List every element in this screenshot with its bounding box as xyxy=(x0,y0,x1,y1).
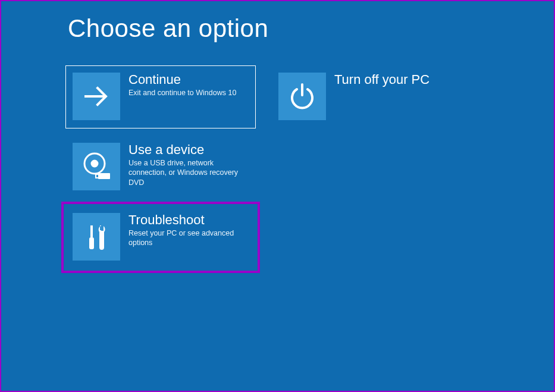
use-device-title: Use a device xyxy=(128,143,252,157)
power-icon xyxy=(278,73,326,120)
troubleshoot-text: Troubleshoot Reset your PC or see advanc… xyxy=(120,209,252,248)
troubleshoot-tile[interactable]: Troubleshoot Reset your PC or see advanc… xyxy=(65,206,256,269)
tile-row-3: Troubleshoot Reset your PC or see advanc… xyxy=(65,206,462,269)
troubleshoot-desc: Reset your PC or see advanced options xyxy=(128,228,252,248)
turnoff-tile[interactable]: Turn off your PC xyxy=(271,65,462,128)
svg-rect-7 xyxy=(89,237,94,249)
use-device-text: Use a device Use a USB drive, network co… xyxy=(120,139,252,187)
continue-text: Continue Exit and continue to Windows 10 xyxy=(120,69,236,98)
turnoff-text: Turn off your PC xyxy=(326,69,429,88)
arrow-right-icon xyxy=(73,73,120,120)
continue-tile[interactable]: Continue Exit and continue to Windows 10 xyxy=(65,65,256,128)
continue-title: Continue xyxy=(128,73,236,87)
svg-rect-8 xyxy=(101,225,104,231)
use-device-desc: Use a USB drive, network connection, or … xyxy=(128,158,252,187)
svg-point-3 xyxy=(92,161,98,167)
disc-usb-icon xyxy=(73,143,120,190)
page-title: Choose an option xyxy=(68,14,268,43)
troubleshoot-title: Troubleshoot xyxy=(128,213,252,227)
tile-grid: Continue Exit and continue to Windows 10… xyxy=(65,65,462,269)
tile-row-2: Use a device Use a USB drive, network co… xyxy=(65,136,462,199)
svg-rect-6 xyxy=(90,225,93,237)
tools-icon xyxy=(73,213,120,261)
use-device-tile[interactable]: Use a device Use a USB drive, network co… xyxy=(65,136,256,199)
turnoff-title: Turn off your PC xyxy=(334,73,429,87)
svg-rect-5 xyxy=(96,174,99,178)
tile-row-1: Continue Exit and continue to Windows 10… xyxy=(65,65,462,128)
svg-rect-4 xyxy=(98,173,110,179)
continue-desc: Exit and continue to Windows 10 xyxy=(128,88,236,98)
